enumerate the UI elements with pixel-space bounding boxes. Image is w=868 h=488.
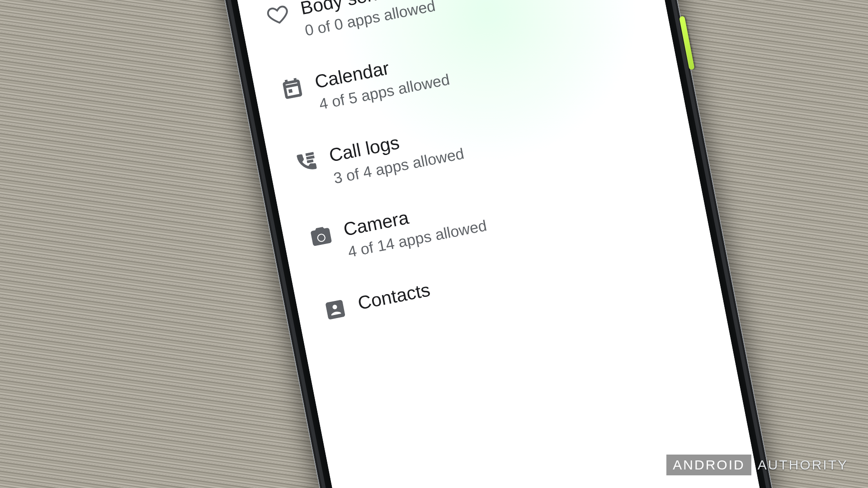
call-log-icon [294, 150, 320, 177]
contacts-icon [323, 297, 349, 324]
heart-icon [265, 2, 291, 29]
camera-icon [308, 223, 334, 250]
permission-list: Body sensors 0 of 0 apps allowed Calenda… [235, 0, 716, 345]
photograph-backdrop: 7:25 92% [0, 0, 868, 488]
watermark: ANDROID AUTHORITY [666, 455, 854, 475]
watermark-left: ANDROID [666, 455, 751, 475]
watermark-right: AUTHORITY [751, 455, 854, 475]
phone-stage: 7:25 92% [212, 0, 656, 488]
phone-body: 7:25 92% [202, 0, 801, 488]
calendar-icon [279, 76, 305, 103]
